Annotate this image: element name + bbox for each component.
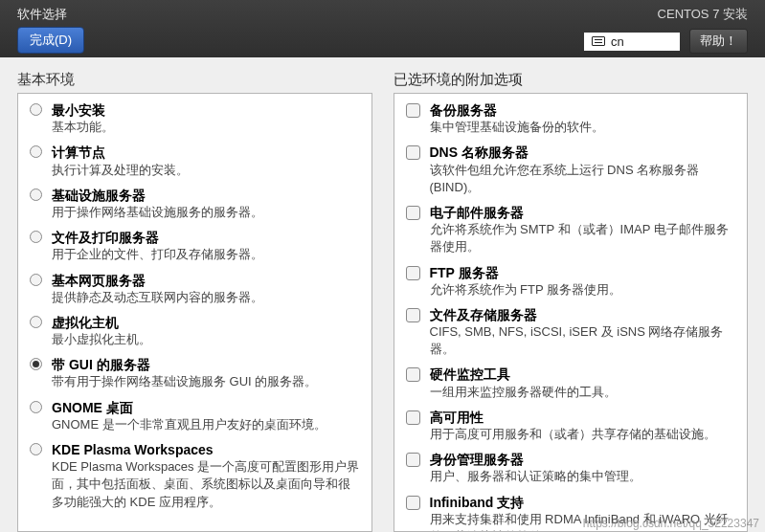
option-desc: 最小虚拟化主机。 [52,331,360,348]
base-env-option[interactable]: KDE Plasma WorkspacesKDE Plasma Workspac… [30,441,360,511]
option-desc: 允许将系统作为 FTP 服务器使用。 [430,281,736,299]
addon-option[interactable]: 身份管理服务器用户、服务器和认证策略的集中管理。 [406,451,736,485]
option-desc: 允许将系统作为 SMTP 和（或者）IMAP 电子邮件服务器使用。 [430,221,736,255]
radio-icon[interactable] [30,401,42,413]
addon-option[interactable]: 电子邮件服务器允许将系统作为 SMTP 和（或者）IMAP 电子邮件服务器使用。 [406,204,736,256]
addon-panel[interactable]: 备份服务器集中管理基础设施备份的软件。DNS 名称服务器该软件包组允许您在系统上… [394,93,749,532]
radio-icon[interactable] [30,188,42,201]
option-label: 虚拟化主机 [52,314,360,331]
header-bar: 软件选择 完成(D) CENTOS 7 安装 cn 帮助！ [0,0,765,57]
option-label: Infiniband 支持 [430,494,736,511]
checkbox-icon[interactable] [406,367,420,382]
checkbox-icon[interactable] [406,145,420,160]
option-label: KDE Plasma Workspaces [52,441,360,458]
option-label: 高可用性 [430,409,736,426]
checkbox-icon[interactable] [406,308,420,322]
done-button[interactable]: 完成(D) [17,27,84,54]
radio-icon[interactable] [30,231,42,243]
option-label: 备份服务器 [430,101,736,119]
addon-option[interactable]: 硬件监控工具一组用来监控服务器硬件的工具。 [406,366,736,400]
option-label: FTP 服务器 [430,264,736,281]
base-env-option[interactable]: GNOME 桌面GNOME 是一个非常直观且用户友好的桌面环境。 [30,399,360,433]
option-label: 身份管理服务器 [430,451,736,468]
base-env-column: 基本环境 最小安装基本功能。计算节点执行计算及处理的安装。基础设施服务器用于操作… [17,71,372,532]
option-label: 硬件监控工具 [430,366,736,383]
option-label: DNS 名称服务器 [430,144,736,161]
help-button[interactable]: 帮助！ [689,29,748,54]
option-label: 计算节点 [52,144,360,161]
radio-icon[interactable] [30,103,42,116]
addon-option[interactable]: DNS 名称服务器该软件包组允许您在系统上运行 DNS 名称服务器(BIND)。 [406,144,736,196]
option-desc: 集中管理基础设施备份的软件。 [430,119,736,136]
radio-icon[interactable] [30,443,42,455]
checkbox-icon[interactable] [406,266,420,280]
radio-icon[interactable] [30,274,42,286]
base-env-option[interactable]: 基本网页服务器提供静态及动态互联网内容的服务器。 [30,272,360,306]
option-label: 基础设施服务器 [52,187,360,204]
option-desc: CIFS, SMB, NFS, iSCSI, iSER 及 iSNS 网络存储服… [430,323,736,358]
checkbox-icon[interactable] [406,206,420,220]
base-env-option[interactable]: 文件及打印服务器用于企业的文件、打印及存储服务器。 [30,229,360,263]
option-desc: KDE Plasma Workspaces 是一个高度可配置图形用户界面，其中包… [52,458,360,511]
base-env-option[interactable]: 最小安装基本功能。 [30,101,360,136]
option-desc: 一组用来监控服务器硬件的工具。 [430,384,736,401]
base-env-option[interactable]: 计算节点执行计算及处理的安装。 [30,144,360,178]
base-env-option[interactable]: 基础设施服务器用于操作网络基础设施服务的服务器。 [30,187,360,221]
addon-option[interactable]: 备份服务器集中管理基础设施备份的软件。 [406,101,736,136]
checkbox-icon[interactable] [406,410,420,425]
option-label: 基本网页服务器 [52,272,360,289]
addon-option[interactable]: FTP 服务器允许将系统作为 FTP 服务器使用。 [406,264,736,299]
addon-option[interactable]: 文件及存储服务器CIFS, SMB, NFS, iSCSI, iSER 及 iS… [406,306,736,359]
option-label: 电子邮件服务器 [430,204,736,221]
addon-title: 已选环境的附加选项 [394,71,749,89]
base-env-title: 基本环境 [17,71,372,89]
base-env-option[interactable]: 带 GUI 的服务器带有用于操作网络基础设施服务 GUI 的服务器。 [30,356,360,390]
addon-option[interactable]: 高可用性用于高度可用服务和（或者）共享存储的基础设施。 [406,409,736,443]
base-env-option[interactable]: 虚拟化主机最小虚拟化主机。 [30,314,360,348]
addon-column: 已选环境的附加选项 备份服务器集中管理基础设施备份的软件。DNS 名称服务器该软… [394,71,749,532]
option-desc: 提供静态及动态互联网内容的服务器。 [52,289,360,306]
checkbox-icon[interactable] [406,103,420,118]
option-desc: 执行计算及处理的安装。 [52,162,360,179]
option-label: GNOME 桌面 [52,399,360,416]
base-env-panel[interactable]: 最小安装基本功能。计算节点执行计算及处理的安装。基础设施服务器用于操作网络基础设… [17,93,372,532]
install-title: CENTOS 7 安装 [584,6,748,23]
radio-icon[interactable] [30,145,42,158]
page-title: 软件选择 [17,6,84,23]
radio-icon[interactable] [30,316,42,328]
option-label: 最小安装 [52,101,360,119]
option-desc: GNOME 是一个非常直观且用户友好的桌面环境。 [52,416,360,433]
option-desc: 用于操作网络基础设施服务的服务器。 [52,204,360,221]
keyboard-layout-selector[interactable]: cn [584,33,680,51]
keyboard-layout-label: cn [611,34,624,49]
keyboard-icon [592,36,605,46]
option-desc: 用于高度可用服务和（或者）共享存储的基础设施。 [430,426,736,443]
option-desc: 用户、服务器和认证策略的集中管理。 [430,468,736,485]
checkbox-icon[interactable] [406,453,420,467]
option-desc: 基本功能。 [52,119,360,136]
option-desc: 用于企业的文件、打印及存储服务器。 [52,246,360,263]
option-desc: 带有用于操作网络基础设施服务 GUI 的服务器。 [52,373,360,390]
watermark-text: https://blog.csdn.net/qq_52223347 [583,517,759,530]
radio-icon[interactable] [30,358,42,370]
content-area: 基本环境 最小安装基本功能。计算节点执行计算及处理的安装。基础设施服务器用于操作… [0,57,765,532]
option-label: 文件及打印服务器 [52,229,360,246]
checkbox-icon[interactable] [406,496,420,510]
option-label: 文件及存储服务器 [430,306,736,323]
option-desc: 该软件包组允许您在系统上运行 DNS 名称服务器(BIND)。 [430,162,736,196]
option-label: 带 GUI 的服务器 [52,356,360,373]
